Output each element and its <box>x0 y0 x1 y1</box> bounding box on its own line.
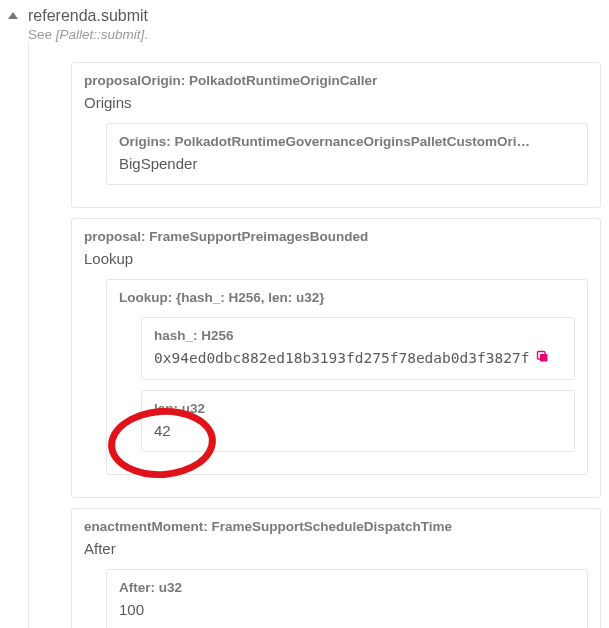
param-len: len: u32 42 <box>141 390 575 452</box>
param-label: After: u32 <box>119 580 575 595</box>
hash-value: 0x94ed0dbc882ed18b3193fd275f78edab0d3f38… <box>154 350 529 366</box>
param-label: len: u32 <box>154 401 562 416</box>
collapse-triangle-icon[interactable] <box>8 12 18 19</box>
param-value: After <box>84 540 588 557</box>
param-value: Origins <box>84 94 588 111</box>
param-value: BigSpender <box>119 155 575 172</box>
param-label: hash_: H256 <box>154 328 562 343</box>
subtitle-link[interactable]: [Pallet::submit] <box>56 27 145 42</box>
param-proposal-origin: proposalOrigin: PolkadotRuntimeOriginCal… <box>71 62 601 208</box>
param-label: proposalOrigin: PolkadotRuntimeOriginCal… <box>84 73 588 88</box>
param-lookup: Lookup: {hash_: H256, len: u32} hash_: H… <box>106 279 588 475</box>
param-label: Origins: PolkadotRuntimeGovernanceOrigin… <box>119 134 575 149</box>
subtitle-suffix: . <box>144 27 148 42</box>
copy-icon[interactable] <box>535 349 550 367</box>
param-label: Lookup: {hash_: H256, len: u32} <box>119 290 575 305</box>
param-enactment-moment: enactmentMoment: FrameSupportScheduleDis… <box>71 508 601 628</box>
param-value: Lookup <box>84 250 588 267</box>
params-tree: proposalOrigin: PolkadotRuntimeOriginCal… <box>28 42 601 628</box>
subtitle-prefix: See <box>28 27 56 42</box>
param-value: 100 <box>119 601 575 618</box>
param-after: After: u32 100 <box>106 569 588 628</box>
param-value: 42 <box>154 422 562 439</box>
svg-rect-0 <box>540 354 548 362</box>
param-hash: hash_: H256 0x94ed0dbc882ed18b3193fd275f… <box>141 317 575 380</box>
param-label: enactmentMoment: FrameSupportScheduleDis… <box>84 519 588 534</box>
call-title: referenda.submit <box>28 6 148 25</box>
param-origins: Origins: PolkadotRuntimeGovernanceOrigin… <box>106 123 588 185</box>
param-proposal: proposal: FrameSupportPreimagesBounded L… <box>71 218 601 498</box>
param-label: proposal: FrameSupportPreimagesBounded <box>84 229 588 244</box>
call-subtitle: See [Pallet::submit]. <box>28 27 148 42</box>
